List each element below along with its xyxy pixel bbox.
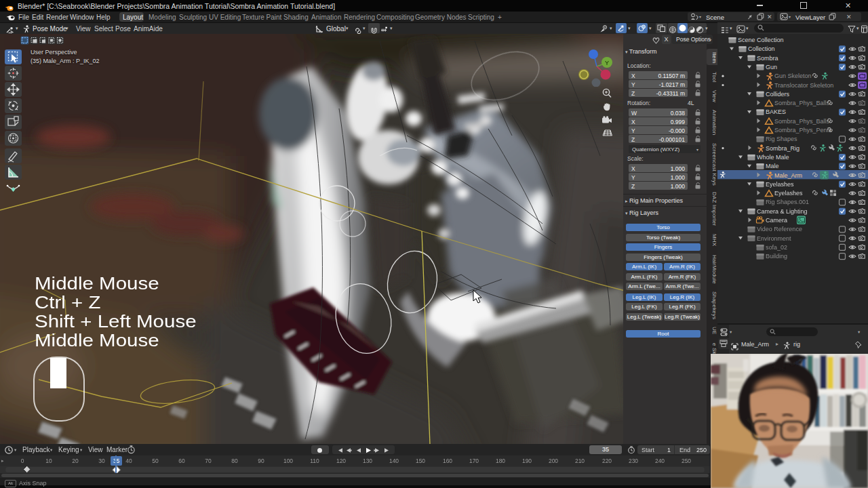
svg-text:Sombra_Phys_Balls: Sombra_Phys_Balls: [774, 100, 830, 106]
svg-text:Translocator Skeleton: Translocator Skeleton: [774, 82, 833, 89]
svg-text:Sombra_Phys_Penis: Sombra_Phys_Penis: [774, 127, 832, 134]
svg-text:BAKES: BAKES: [766, 108, 786, 115]
svg-text:Rig Shapes: Rig Shapes: [766, 136, 797, 142]
svg-text:sofa_02: sofa_02: [766, 244, 787, 251]
svg-text:Sombra_Rig: Sombra_Rig: [766, 145, 800, 152]
svg-text:Camera & Lighting: Camera & Lighting: [757, 208, 808, 215]
svg-text:Gun: Gun: [766, 64, 777, 70]
svg-text:Environment: Environment: [757, 235, 791, 242]
svg-text:Male: Male: [766, 163, 779, 169]
svg-text:Collection: Collection: [748, 45, 775, 52]
svg-text:Scene Collection: Scene Collection: [738, 37, 784, 43]
svg-text:Video Reference: Video Reference: [757, 226, 802, 232]
svg-text:Male_Arm: Male_Arm: [774, 172, 802, 179]
svg-text:Gun Skeleton: Gun Skeleton: [774, 73, 812, 79]
svg-text:Colliders: Colliders: [766, 91, 790, 98]
svg-text:Building: Building: [766, 253, 787, 260]
svg-text:Eyelashes: Eyelashes: [766, 181, 794, 188]
svg-text:Sombra_Phys_Balls: Sombra_Phys_Balls: [774, 118, 830, 125]
svg-text:Camera: Camera: [766, 217, 787, 224]
svg-text:Y: Y: [605, 60, 609, 66]
svg-text:Rig Shapes.001: Rig Shapes.001: [766, 199, 809, 205]
svg-text:Eyelashes: Eyelashes: [774, 190, 803, 197]
svg-text:Sombra: Sombra: [757, 55, 778, 62]
svg-text:Whole Male: Whole Male: [757, 154, 789, 161]
